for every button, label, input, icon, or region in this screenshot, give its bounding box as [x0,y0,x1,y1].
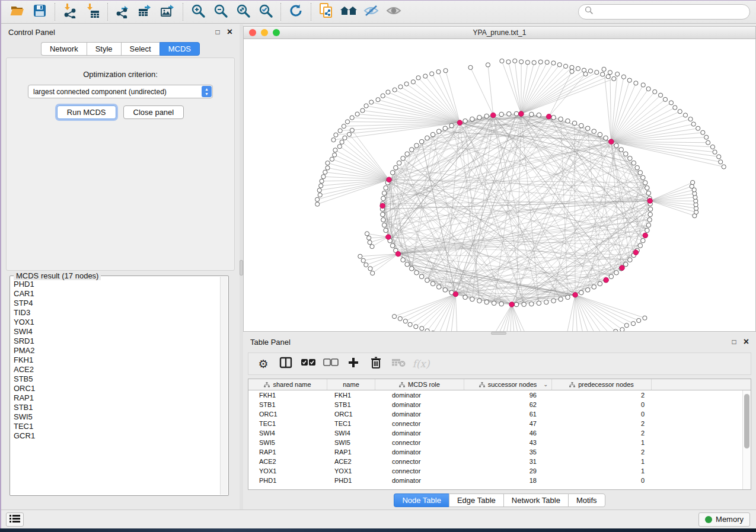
cell-name[interactable]: PHD1 [327,476,375,485]
apply-layout-button[interactable] [285,2,307,22]
cell-name[interactable]: ACE2 [327,457,375,466]
cell-shared_name[interactable]: YOX1 [248,466,327,476]
select-all-columns-button[interactable] [298,355,318,373]
function-builder-button[interactable]: f(x) [411,355,431,373]
cell-role[interactable]: dominator [375,428,464,438]
cell-successors[interactable]: 96 [464,390,552,400]
tab-network[interactable]: Network [41,42,87,56]
cell-shared_name[interactable]: ACE2 [248,457,327,466]
run-mcds-button[interactable]: Run MCDS [57,105,116,119]
table-scrollbar-thumb[interactable] [744,394,749,448]
mcds-result-scrollbar[interactable] [220,277,228,495]
tab-node-table[interactable]: Node Table [394,493,449,507]
cell-successors[interactable]: 29 [464,466,552,476]
cell-role[interactable]: dominator [375,390,464,400]
cell-shared_name[interactable]: STB1 [248,400,327,409]
import-table-button[interactable] [81,2,104,22]
cell-role[interactable]: connector [375,438,464,447]
mcds-result-item[interactable]: PMA2 [14,346,219,355]
table-row[interactable]: TEC1TEC1connector472 [248,419,742,428]
mcds-result-item[interactable]: STB1 [14,403,219,412]
tab-select[interactable]: Select [121,42,160,56]
deselect-all-columns-button[interactable] [321,355,341,373]
network-canvas[interactable] [244,39,755,331]
create-column-button[interactable] [343,355,363,373]
column-header-predecessor-nodes[interactable]: predecessor nodes [552,379,652,390]
table-row[interactable]: STB1STB1dominator620 [248,400,742,409]
cell-shared_name[interactable]: ORC1 [248,409,327,419]
export-image-button[interactable] [157,2,179,22]
cell-role[interactable]: connector [375,419,464,428]
zoom-fit-button[interactable] [232,2,254,22]
cell-predecessors[interactable]: 0 [552,476,652,485]
zoom-in-button[interactable] [187,2,209,22]
close-table-panel-icon[interactable]: × [744,337,749,347]
delete-column-button[interactable] [366,355,386,373]
tab-motifs[interactable]: Motifs [568,493,605,507]
float-panel-icon[interactable]: □ [215,28,219,36]
mcds-result-item[interactable]: TID3 [14,308,219,318]
table-row[interactable]: YOX1YOX1connector291 [248,466,742,476]
cell-name[interactable]: TEC1 [327,419,375,428]
mcds-result-item[interactable]: SWI5 [14,412,219,422]
table-row[interactable]: PHD1PHD1dominator180 [248,476,742,485]
table-row[interactable]: SWI4SWI4dominator462 [248,428,742,438]
mcds-result-item[interactable]: ORC1 [14,384,219,393]
cell-predecessors[interactable]: 1 [552,457,652,466]
cell-predecessors[interactable]: 1 [552,466,652,476]
column-header-name[interactable]: name [327,379,375,390]
cell-successors[interactable]: 35 [464,447,552,457]
cell-successors[interactable]: 47 [464,419,552,428]
table-row[interactable]: RAP1RAP1dominator352 [248,447,742,457]
first-neighbors-button[interactable] [337,2,360,22]
save-session-button[interactable] [28,2,51,22]
mcds-result-item[interactable]: TEC1 [14,422,219,431]
cell-successors[interactable]: 31 [464,457,552,466]
cell-name[interactable]: RAP1 [327,447,375,457]
delete-table-button[interactable] [388,355,409,373]
mcds-result-item[interactable]: FKH1 [14,355,219,365]
import-network-button[interactable] [59,2,81,22]
open-file-button[interactable] [6,2,28,22]
table-scrollbar[interactable] [742,390,751,489]
cell-role[interactable]: dominator [375,400,464,409]
cell-name[interactable]: YOX1 [327,466,375,476]
cell-shared_name[interactable]: FKH1 [248,390,327,400]
cell-successors[interactable]: 43 [464,438,552,447]
cell-predecessors[interactable]: 2 [552,419,652,428]
search-field[interactable] [578,4,750,20]
cell-predecessors[interactable]: 1 [552,438,652,447]
cell-predecessors[interactable]: 2 [552,447,652,457]
cell-successors[interactable]: 18 [464,476,552,485]
zoom-selected-button[interactable] [254,2,277,22]
close-panel-icon[interactable]: × [227,27,232,37]
tab-mcds[interactable]: MCDS [160,42,200,56]
close-panel-button[interactable]: Close panel [123,105,184,119]
clone-network-button[interactable] [315,2,337,22]
cell-predecessors[interactable]: 0 [552,400,652,409]
cell-predecessors[interactable]: 2 [552,428,652,438]
cell-shared_name[interactable]: TEC1 [248,419,327,428]
cell-shared_name[interactable]: SWI4 [248,428,327,438]
cell-predecessors[interactable]: 0 [552,409,652,419]
export-network-button[interactable] [111,2,134,22]
table-row[interactable]: ACE2ACE2connector311 [248,457,742,466]
hide-details-button[interactable] [360,2,382,22]
cell-shared_name[interactable]: PHD1 [248,476,327,485]
cell-shared_name[interactable]: SWI5 [248,438,327,447]
export-table-button[interactable] [134,2,157,22]
column-header-successor-nodes[interactable]: successor nodes⌄ [464,379,552,390]
mcds-result-item[interactable]: CAR1 [14,289,219,299]
cell-name[interactable]: ORC1 [327,409,375,419]
mcds-result-item[interactable]: GCR1 [14,431,219,441]
table-settings-button[interactable]: ⚙ [253,355,273,373]
cell-name[interactable]: SWI5 [327,438,375,447]
column-header-MCDS-role[interactable]: MCDS role [375,379,464,390]
mcds-result-list[interactable]: PHD1CAR1STP4TID3YOX1SWI4SRD1PMA2FKH1ACE2… [14,280,219,494]
optimization-criterion-select[interactable]: largest connected component (undirected)… [28,85,213,98]
cell-name[interactable]: SWI4 [327,428,375,438]
column-header-shared-name[interactable]: shared name [248,379,327,390]
cell-name[interactable]: STB1 [327,400,375,409]
tab-network-table[interactable]: Network Table [503,493,568,507]
mcds-result-item[interactable]: ACE2 [14,365,219,374]
